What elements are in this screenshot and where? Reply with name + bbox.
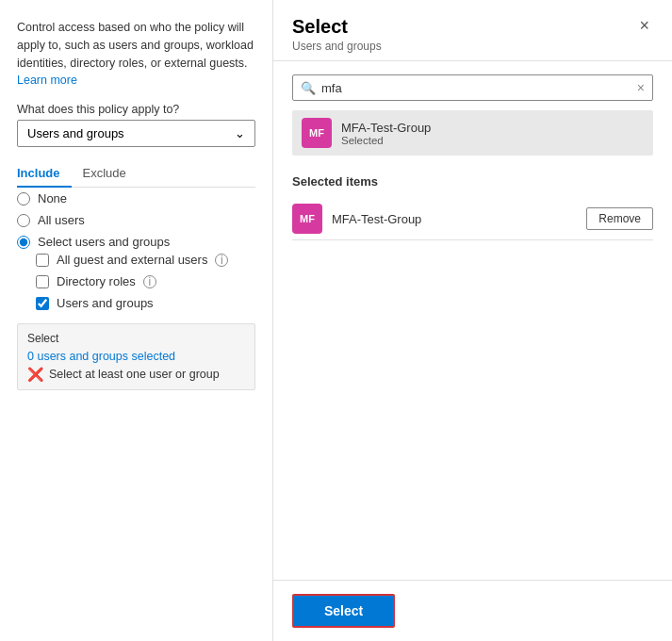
error-row: ❌ Select at least one user or group [27, 367, 245, 382]
tab-exclude[interactable]: Exclude [83, 160, 138, 188]
right-panel: Select Users and groups × 🔍 × MF MFA-Tes… [273, 0, 672, 641]
checkbox-users-groups[interactable]: Users and groups [36, 296, 255, 310]
description-text: Control access based on who the policy w… [17, 19, 255, 90]
learn-more-link[interactable]: Learn more [17, 74, 77, 87]
search-input[interactable] [321, 81, 631, 95]
radio-select-users[interactable]: Select users and groups [17, 235, 255, 249]
result-info: MFA-Test-Group Selected [341, 121, 431, 146]
error-icon: ❌ [27, 367, 43, 382]
panel-header: Select Users and groups × [273, 0, 672, 61]
tabs-row: Include Exclude [17, 160, 255, 188]
search-box: 🔍 × [292, 74, 653, 101]
result-name: MFA-Test-Group [341, 121, 431, 135]
selected-items-section: Selected items MF MFA-Test-Group Remove [292, 174, 653, 240]
panel-body: 🔍 × MF MFA-Test-Group Selected Selected … [273, 61, 672, 580]
checkbox-directory-roles[interactable]: Directory roles i [36, 274, 255, 288]
select-users-link[interactable]: 0 users and groups selected [27, 350, 175, 363]
radio-all-users[interactable]: All users [17, 213, 255, 227]
avatar-mf: MF [302, 118, 332, 148]
policy-label: What does this policy apply to? Users an… [17, 103, 255, 147]
tabs-container: Include Exclude None All users Select us… [17, 160, 255, 310]
selected-item-row: MF MFA-Test-Group Remove [292, 198, 653, 240]
info-icon-directory: i [143, 275, 156, 288]
select-section: Select 0 users and groups selected ❌ Sel… [17, 323, 255, 390]
close-button[interactable]: × [635, 15, 653, 36]
info-icon-guest: i [215, 254, 228, 267]
error-text: Select at least one user or group [49, 368, 220, 381]
checkbox-guest-external[interactable]: All guest and external users i [36, 253, 255, 267]
remove-button[interactable]: Remove [586, 207, 653, 230]
checkbox-group: All guest and external users i Directory… [36, 253, 255, 310]
policy-dropdown[interactable]: Users and groups ⌄ [17, 120, 255, 147]
radio-group: None All users Select users and groups [17, 191, 255, 249]
left-panel: Control access based on who the policy w… [0, 0, 273, 641]
panel-footer: Select [273, 580, 672, 641]
selected-item-name: MFA-Test-Group [332, 212, 577, 226]
search-icon: 🔍 [301, 81, 316, 95]
select-button[interactable]: Select [292, 594, 395, 628]
panel-title: Select [292, 15, 382, 38]
header-title-block: Select Users and groups [292, 15, 382, 53]
result-status: Selected [341, 135, 431, 146]
search-results: MF MFA-Test-Group Selected [292, 110, 653, 156]
radio-none[interactable]: None [17, 191, 255, 205]
search-clear-icon[interactable]: × [637, 80, 645, 95]
chevron-down-icon: ⌄ [235, 126, 245, 140]
panel-subtitle: Users and groups [292, 40, 382, 53]
selected-avatar-mf: MF [292, 204, 322, 234]
selected-items-title: Selected items [292, 174, 653, 189]
result-item[interactable]: MF MFA-Test-Group Selected [292, 110, 653, 156]
tab-include[interactable]: Include [17, 160, 72, 188]
